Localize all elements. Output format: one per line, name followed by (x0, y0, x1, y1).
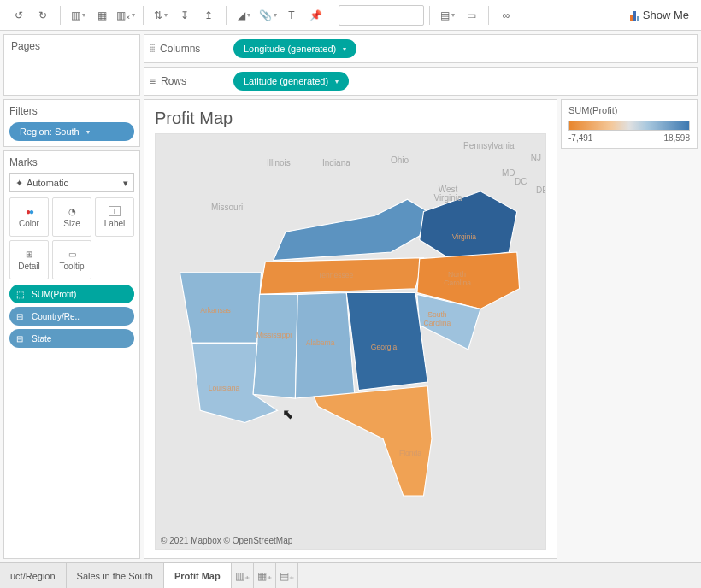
state-arkansas[interactable] (180, 273, 262, 344)
columns-icon: ⦙⦙⦙ (150, 43, 155, 55)
rows-shelf[interactable]: ≡Rows Latitude (generated) (144, 67, 698, 96)
workspace: Pages ⦙⦙⦙Columns Longitude (generated) ≡… (0, 31, 701, 562)
clear-icon[interactable]: ▥ₓ (114, 3, 138, 27)
highlight-icon[interactable]: ◢ (232, 3, 256, 27)
toolbar: ↺ ↻ ▥ ▦ ▥ₓ ⇅ ↧ ↥ ◢ 📎 T 📌 ▤ ▭ ∞ Show Me (0, 0, 701, 31)
marks-color-button[interactable]: ●●Color (9, 197, 49, 237)
detail-icon: ⊟ (13, 309, 27, 323)
attachment-icon[interactable]: 📎 (256, 3, 280, 27)
swap-icon[interactable]: ⇅ (149, 3, 173, 27)
columns-label: Columns (160, 43, 200, 55)
state-florida[interactable] (314, 386, 432, 496)
viz-pane: Profit Map Illinois Indiana Ohio Missour… (144, 99, 557, 559)
chevron-down-icon: ▾ (123, 178, 128, 189)
label-icon: T (109, 206, 121, 216)
legend-max: 18,598 (663, 133, 690, 143)
presentation-icon[interactable]: ▭ (459, 3, 483, 27)
viz-title[interactable]: Profit Map (155, 109, 546, 128)
marks-detail-button[interactable]: ⊞Detail (9, 240, 49, 279)
sort-desc-icon[interactable]: ↥ (197, 3, 221, 27)
state-tennessee[interactable] (260, 258, 424, 295)
undo-icon[interactable]: ↺ (7, 3, 31, 27)
legend-min: -7,491 (568, 133, 592, 143)
marks-label-button[interactable]: TLabel (95, 197, 134, 237)
state-alabama[interactable] (295, 293, 354, 399)
new-worksheet-icon[interactable]: ▥ (66, 3, 90, 27)
automatic-icon: ✦ (15, 178, 23, 189)
new-worksheet-tab-icon[interactable]: ▥₊ (232, 563, 254, 588)
pin-icon[interactable]: 📌 (303, 3, 327, 27)
legend-title: SUM(Profit) (568, 105, 690, 115)
sheet-tabs: uct/Region Sales in the South Profit Map… (0, 562, 701, 588)
state-mississippi[interactable] (253, 294, 297, 398)
columns-shelf[interactable]: ⦙⦙⦙Columns Longitude (generated) (144, 34, 698, 63)
pages-title: Pages (4, 35, 139, 57)
color-icon: ⬚ (13, 287, 27, 301)
new-story-tab-icon[interactable]: ▤₊ (276, 563, 298, 588)
rows-label: Rows (161, 75, 186, 87)
detail-icon: ⊟ (13, 332, 27, 345)
show-me-icon (630, 9, 639, 21)
color-legend[interactable]: SUM(Profit) -7,491 18,598 (561, 99, 698, 149)
new-dashboard-tab-icon[interactable]: ▦₊ (254, 563, 276, 588)
map-attribution: © 2021 Mapbox © OpenStreetMap (161, 536, 292, 545)
show-me-button[interactable]: Show Me (625, 9, 694, 21)
share-icon[interactable]: ∞ (494, 3, 518, 27)
filters-title: Filters (9, 105, 134, 122)
text-label-icon[interactable]: T (280, 3, 303, 27)
mark-pill-country[interactable]: ⊟Country/Re.. (9, 307, 134, 326)
state-virginia[interactable] (420, 191, 517, 261)
state-kentucky[interactable] (274, 199, 428, 260)
filter-pill-region[interactable]: Region: South (9, 122, 134, 141)
sort-asc-icon[interactable]: ↧ (173, 3, 197, 27)
color-icon: ●● (26, 207, 32, 216)
fit-select[interactable] (339, 5, 424, 26)
tab-profit-map[interactable]: Profit Map (164, 563, 232, 588)
detail-icon: ⊞ (26, 250, 32, 259)
show-me-label: Show Me (643, 9, 689, 21)
columns-pill-longitude[interactable]: Longitude (generated) (233, 39, 356, 58)
marks-tooltip-button[interactable]: ▭Tooltip (52, 240, 91, 279)
marks-type-select[interactable]: ✦Automatic ▾ (9, 173, 134, 192)
marks-card: Marks ✦Automatic ▾ ●●Color ◔Size TLabel … (3, 150, 140, 559)
size-icon: ◔ (68, 207, 76, 216)
pages-shelf[interactable]: Pages (3, 34, 140, 96)
filters-shelf[interactable]: Filters Region: South (3, 99, 140, 147)
new-dashboard-icon[interactable]: ▦ (90, 3, 114, 27)
tab-product-region[interactable]: uct/Region (0, 563, 67, 588)
map-canvas[interactable]: Illinois Indiana Ohio Missouri West Virg… (155, 133, 546, 550)
rows-pill-latitude[interactable]: Latitude (generated) (233, 72, 349, 91)
redo-icon[interactable]: ↻ (31, 3, 55, 27)
legend-gradient (568, 121, 690, 131)
tab-sales-south[interactable]: Sales in the South (67, 563, 164, 588)
state-georgia[interactable] (346, 293, 427, 391)
mark-pill-profit[interactable]: ⬚SUM(Profit) (9, 285, 134, 303)
show-cards-icon[interactable]: ▤ (435, 3, 459, 27)
rows-icon: ≡ (150, 75, 156, 87)
mark-pill-state[interactable]: ⊟State (9, 329, 134, 348)
tooltip-icon: ▭ (68, 250, 76, 259)
marks-title: Marks (9, 156, 134, 170)
marks-size-button[interactable]: ◔Size (52, 197, 91, 237)
